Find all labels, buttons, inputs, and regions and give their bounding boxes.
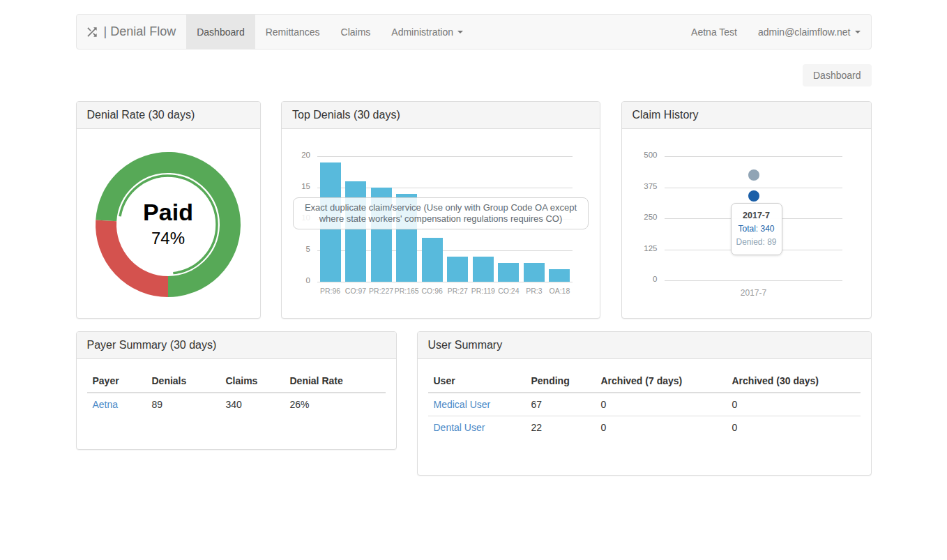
panel-title: User Summary xyxy=(418,332,871,359)
table-row: Aetna 89 340 26% xyxy=(87,393,386,416)
nav-item-label: Administration xyxy=(391,27,453,38)
bar-CO:96[interactable] xyxy=(422,238,443,282)
x-axis-label: CO:24 xyxy=(498,287,519,295)
nav-item-dashboard[interactable]: Dashboard xyxy=(186,15,255,49)
breadcrumb-row: Dashboard xyxy=(76,64,872,86)
donut-center-label: Paid xyxy=(143,199,193,225)
x-axis-label: PR:119 xyxy=(471,287,495,295)
user-link[interactable]: Dental User xyxy=(434,422,485,433)
x-axis-label: OA:18 xyxy=(550,287,570,295)
user-summary-table: User Pending Archived (7 days) Archived … xyxy=(428,370,861,439)
caret-down-icon xyxy=(457,31,463,33)
panel-title: Denial Rate (30 days) xyxy=(77,102,260,129)
nav-item-label: Remittances xyxy=(266,27,320,38)
nav-item-label: Dashboard xyxy=(197,27,245,38)
bar-PR:3[interactable] xyxy=(524,263,545,282)
bar-group: PR:119 xyxy=(471,257,494,282)
denials-cell: 89 xyxy=(146,393,220,416)
archived30-cell: 0 xyxy=(727,416,861,439)
col-header: Denials xyxy=(146,370,220,393)
tooltip-total: Total: 340 xyxy=(734,222,779,236)
archived7-cell: 0 xyxy=(596,416,727,439)
nav-item-account-menu[interactable]: admin@claimflow.net xyxy=(748,15,871,49)
tenant-label: Aetna Test xyxy=(691,27,737,38)
claim-history-chart: 2017-7 Total: 340 Denied: 89 2017-7 0125… xyxy=(622,129,871,317)
gridline xyxy=(665,188,842,188)
col-header: User xyxy=(428,370,526,393)
user-nav: Aetna Test admin@claimflow.net xyxy=(681,15,870,49)
bar-group: CO:24 xyxy=(497,263,520,282)
x-axis-label: PR:96 xyxy=(320,287,340,295)
panel-claim-history: Claim History 2017-7 Total: 340 Denied: … xyxy=(621,101,872,319)
nav-item-tenant[interactable]: Aetna Test xyxy=(681,15,748,49)
bar-group: OA:18 xyxy=(548,269,571,282)
bar-PR:27[interactable] xyxy=(447,257,468,282)
col-header: Pending xyxy=(526,370,596,393)
donut-center-value: 74% xyxy=(151,229,185,248)
pending-cell: 67 xyxy=(526,393,596,416)
y-axis-tick: 15 xyxy=(282,182,310,190)
nav-item-label: Claims xyxy=(341,27,371,38)
nav-item-claims[interactable]: Claims xyxy=(331,15,381,49)
panel-payer-summary: Payer Summary (30 days) Payer Denials Cl… xyxy=(76,331,397,450)
bar-PR:119[interactable] xyxy=(473,257,494,282)
y-axis-tick: 125 xyxy=(622,244,658,252)
main-nav: Dashboard Remittances Claims Administrat… xyxy=(186,15,474,49)
caret-down-icon xyxy=(855,31,861,33)
payer-summary-table: Payer Denials Claims Denial Rate Aetna 8… xyxy=(87,370,386,416)
brand[interactable]: | Denial Flow xyxy=(77,15,187,49)
x-axis-label: PR:27 xyxy=(448,287,468,295)
charts-row: Denial Rate (30 days) Paid 74% Top Denia… xyxy=(76,101,872,319)
y-axis-tick: 500 xyxy=(622,151,658,159)
col-header: Payer xyxy=(87,370,146,393)
bar-group: PR:27 xyxy=(446,257,469,282)
table-row: Medical User 67 0 0 xyxy=(428,393,861,416)
user-link[interactable]: Medical User xyxy=(434,399,491,410)
col-header: Denial Rate xyxy=(285,370,386,393)
denial-rate-chart: Paid 74% xyxy=(77,139,260,327)
gridline xyxy=(317,282,573,282)
shuffle-icon xyxy=(85,25,99,39)
panel-user-summary: User Summary User Pending Archived (7 da… xyxy=(417,331,872,476)
x-axis-label: 2017-7 xyxy=(733,288,775,298)
pending-cell: 22 xyxy=(526,416,596,439)
denied-series-marker[interactable] xyxy=(748,169,759,181)
col-header: Claims xyxy=(220,370,285,393)
tables-row: Payer Summary (30 days) Payer Denials Cl… xyxy=(76,331,872,476)
tooltip-denied: Denied: 89 xyxy=(734,236,779,249)
payer-link[interactable]: Aetna xyxy=(93,399,119,410)
navbar: | Denial Flow Dashboard Remittances Clai… xyxy=(76,14,872,50)
x-axis-label: PR:3 xyxy=(526,287,542,295)
account-email-label: admin@claimflow.net xyxy=(758,27,851,38)
archived7-cell: 0 xyxy=(596,393,727,416)
bar-group: PR:3 xyxy=(522,263,545,282)
chart-tooltip: Exact duplicate claim/service (Use only … xyxy=(293,197,589,229)
denial-rate-cell: 26% xyxy=(285,393,386,416)
archived30-cell: 0 xyxy=(727,393,861,416)
nav-item-administration[interactable]: Administration xyxy=(381,15,474,49)
chart-tooltip: 2017-7 Total: 340 Denied: 89 xyxy=(731,203,782,255)
nav-item-remittances[interactable]: Remittances xyxy=(255,15,331,49)
bar-CO:24[interactable] xyxy=(498,263,519,282)
panel-title: Payer Summary (30 days) xyxy=(77,332,396,359)
tooltip-title: 2017-7 xyxy=(734,209,779,222)
total-series-marker[interactable] xyxy=(748,190,759,202)
breadcrumb: Dashboard xyxy=(803,64,872,86)
col-header: Archived (7 days) xyxy=(596,370,727,393)
panel-denial-rate: Denial Rate (30 days) Paid 74% xyxy=(76,101,261,319)
y-axis-tick: 5 xyxy=(282,245,310,253)
gridline xyxy=(665,156,842,157)
bar-OA:18[interactable] xyxy=(549,269,570,282)
bar-CO:97[interactable] xyxy=(345,181,366,282)
y-axis-tick: 0 xyxy=(622,275,658,283)
panel-title: Top Denials (30 days) xyxy=(282,102,600,129)
col-header: Archived (30 days) xyxy=(727,370,861,393)
y-axis-tick: 250 xyxy=(622,213,658,221)
panel-top-denials: Top Denials (30 days) PR:96CO:97PR:227PR… xyxy=(281,101,600,319)
table-row: Dental User 22 0 0 xyxy=(428,416,861,439)
y-axis-tick: 20 xyxy=(282,151,310,159)
bar-group: CO:97 xyxy=(344,181,368,282)
brand-label: | Denial Flow xyxy=(104,24,176,39)
x-axis-label: PR:165 xyxy=(395,287,419,295)
x-axis-label: CO:96 xyxy=(422,287,443,295)
